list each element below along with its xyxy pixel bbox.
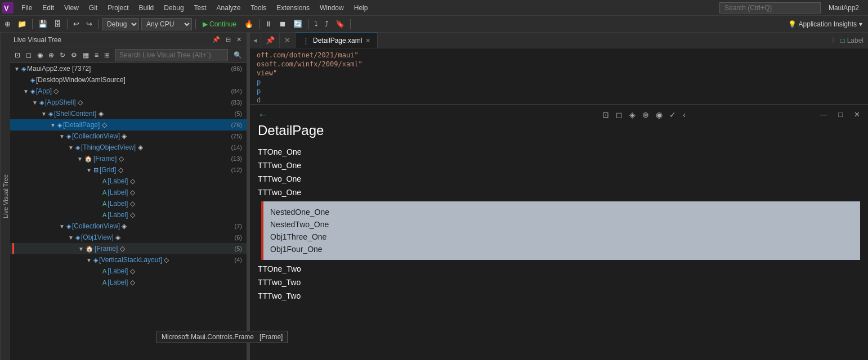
tab-pin[interactable]: 📌 [261, 33, 280, 48]
menu-debug[interactable]: Debug [159, 3, 188, 13]
menu-extensions[interactable]: Extensions [272, 3, 314, 13]
debug-config-select[interactable]: Debug [102, 18, 139, 30]
toolbar-stop[interactable]: ⏹ [277, 19, 289, 29]
tree-row-root[interactable]: ▼ ◈ MauiApp2.exe [7372] (86) [10, 63, 247, 74]
win-minimize-button[interactable]: — [816, 109, 830, 120]
toolbar-save[interactable]: 💾 [36, 19, 50, 29]
preview-tool-6[interactable]: ✓ [667, 109, 678, 120]
tree-row-label3[interactable]: A [Label] ◇ [10, 198, 247, 209]
preview-tool-expand[interactable]: ‹ [681, 109, 688, 120]
tree-expand-collview2[interactable]: ▼ [57, 223, 66, 230]
tree-expand-thingobj[interactable]: ▼ [66, 145, 75, 151]
menu-test[interactable]: Test [190, 3, 211, 13]
toolbar-redo[interactable]: ↪ [84, 19, 95, 29]
tree-row-collview1[interactable]: ▼ ◈ [CollectionView] ◈ (75) [10, 130, 247, 142]
tree-node-root-text: MauiApp2.exe [7372] [27, 65, 91, 73]
tree-expand-grid[interactable]: ▼ [84, 167, 93, 173]
tree-expand-all[interactable]: ⊞ [102, 50, 112, 60]
tree-row-app[interactable]: ▼ ◈ [App] ◇ (84) [10, 86, 247, 97]
continue-button[interactable]: ▶ Continue [199, 19, 240, 29]
toolbar-step-over[interactable]: ⤵ [312, 19, 320, 29]
tree-row-desktop[interactable]: ◈ [DesktopWindowXamlSource] [10, 74, 247, 86]
tree-select-element[interactable]: ⊡ [12, 50, 23, 60]
win-close-button[interactable]: ✕ [851, 109, 863, 120]
tree-search-btn[interactable]: 🔍 [231, 50, 244, 60]
tab-detailpage[interactable]: ⋮ DetailPage.xaml ✕ [296, 33, 378, 48]
tree-settings[interactable]: ⚙ [69, 50, 79, 60]
preview-tool-1[interactable]: ⊡ [600, 109, 611, 120]
tree-expand-vsl[interactable]: ▼ [84, 257, 93, 263]
menu-file[interactable]: File [17, 3, 37, 13]
tree-refresh[interactable]: ↻ [57, 50, 68, 60]
tree-expand-app[interactable]: ▼ [21, 88, 30, 94]
tree-row-label1[interactable]: A [Label] ◇ [10, 176, 247, 187]
tab-detailpage-close[interactable]: ✕ [280, 33, 296, 48]
tree-expand-detailpage[interactable]: ▼ [48, 122, 57, 128]
panel-pin-button[interactable]: 📌 [211, 35, 222, 44]
win-maximize-button[interactable]: □ [835, 109, 846, 120]
preview-tool-5[interactable]: ◉ [654, 109, 665, 120]
panel-move-button[interactable]: ⊟ [224, 35, 232, 44]
tree-row-grid[interactable]: ▼ ⊞ [Grid] ◇ (12) [10, 164, 247, 176]
tree-row-detailpage[interactable]: ▼ ◈ [DetailPage] ◇ (76) [10, 119, 247, 130]
global-search-input[interactable] [719, 2, 821, 14]
cpu-config-select[interactable]: Any CPU [141, 18, 192, 30]
tree-grid-view[interactable]: ▦ [80, 50, 91, 60]
tree-row-label5[interactable]: A [Label] ◇ [10, 266, 247, 277]
tree-track-focused[interactable]: ◉ [35, 50, 45, 60]
tree-node-collview2-text: [CollectionView] ◈ [72, 222, 127, 230]
toolbar-new[interactable]: ⊕ [2, 19, 13, 29]
toolbar-open[interactable]: 📁 [15, 19, 29, 29]
preview-tool-3[interactable]: ◈ [627, 109, 638, 120]
toolbar-bookmark[interactable]: 🔖 [333, 19, 347, 29]
menu-window[interactable]: Window [315, 3, 348, 13]
menu-view[interactable]: View [60, 3, 83, 13]
tree-row-appshell[interactable]: ▼ ◈ [AppShell] ◇ (83) [10, 97, 247, 108]
tree-expand-collview1[interactable]: ▼ [57, 133, 66, 140]
nav-back-button[interactable]: ← [258, 109, 268, 121]
menu-help[interactable]: Help [350, 3, 373, 13]
menu-analyze[interactable]: Analyze [212, 3, 245, 13]
menu-edit[interactable]: Edit [38, 3, 59, 13]
tree-row-frame1[interactable]: ▼ 🏠 [Frame] ◇ (13) [10, 153, 247, 164]
tree-content[interactable]: ▼ ◈ MauiApp2.exe [7372] (86) ◈ [DesktopW… [10, 63, 247, 360]
tree-icon-thingobj: ◈ [75, 144, 80, 151]
tab-close-icon[interactable]: ✕ [365, 37, 370, 44]
menu-git[interactable]: Git [84, 3, 102, 13]
tree-list-view[interactable]: ≡ [92, 50, 101, 60]
tree-row-vsl[interactable]: ▼ ◈ [VerticalStackLayout] ◇ (4) [10, 254, 247, 266]
tree-expand-frame2[interactable]: ▼ [77, 246, 86, 252]
tree-row-label4[interactable]: A [Label] ◇ [10, 209, 247, 220]
tab-placeholder[interactable]: ◂ [250, 33, 261, 48]
preview-tool-2[interactable]: ◻ [614, 109, 625, 120]
toolbar-pause[interactable]: ⏸ [263, 19, 275, 29]
preview-tool-4[interactable]: ⊛ [640, 109, 651, 120]
menu-tools[interactable]: Tools [246, 3, 271, 13]
app-insights-button[interactable]: 💡 Application Insights ▾ [785, 19, 866, 29]
tree-row-label2[interactable]: A [Label] ◇ [10, 187, 247, 198]
tree-expand-obj1view[interactable]: ▼ [66, 235, 75, 241]
panel-close-button[interactable]: ✕ [235, 35, 243, 44]
bottom-item-1: TTTwo_Two [258, 276, 860, 289]
tree-search-input[interactable] [115, 49, 228, 61]
tree-track-element[interactable]: ⊕ [46, 50, 56, 60]
tree-row-obj1view[interactable]: ▼ ◈ [Obj1View] ◈ (6) [10, 232, 247, 243]
tree-row-thingobj[interactable]: ▼ ◈ [ThingObjectView] ◈ (14) [10, 142, 247, 153]
tree-expand-root[interactable]: ▼ [12, 66, 21, 72]
menu-project[interactable]: Project [103, 3, 133, 13]
toolbar-restart[interactable]: 🔄 [291, 19, 305, 29]
tree-node-detailpage-text: [DetailPage] ◇ [63, 121, 107, 129]
tree-show-adorners[interactable]: ◻ [24, 50, 34, 60]
tree-expand-frame1[interactable]: ▼ [75, 156, 84, 162]
toolbar-undo[interactable]: ↩ [71, 19, 82, 29]
tree-row-shellcontent[interactable]: ▼ ◈ [ShellContent] ◈ (5) [10, 108, 247, 119]
toolbar-fire[interactable]: 🔥 [242, 19, 256, 29]
tree-expand-shellcontent[interactable]: ▼ [39, 111, 48, 117]
menu-build[interactable]: Build [135, 3, 159, 13]
tree-row-collview2[interactable]: ▼ ◈ [CollectionView] ◈ (7) [10, 220, 247, 232]
tree-row-frame2[interactable]: ▼ 🏠 [Frame] ◇ (5) [10, 243, 247, 254]
toolbar-step-in[interactable]: ⤴ [323, 19, 331, 29]
toolbar-save-all[interactable]: 🗄 [52, 19, 64, 29]
tree-expand-appshell[interactable]: ▼ [30, 100, 39, 106]
tree-row-label6[interactable]: A [Label] ◇ [10, 277, 247, 288]
